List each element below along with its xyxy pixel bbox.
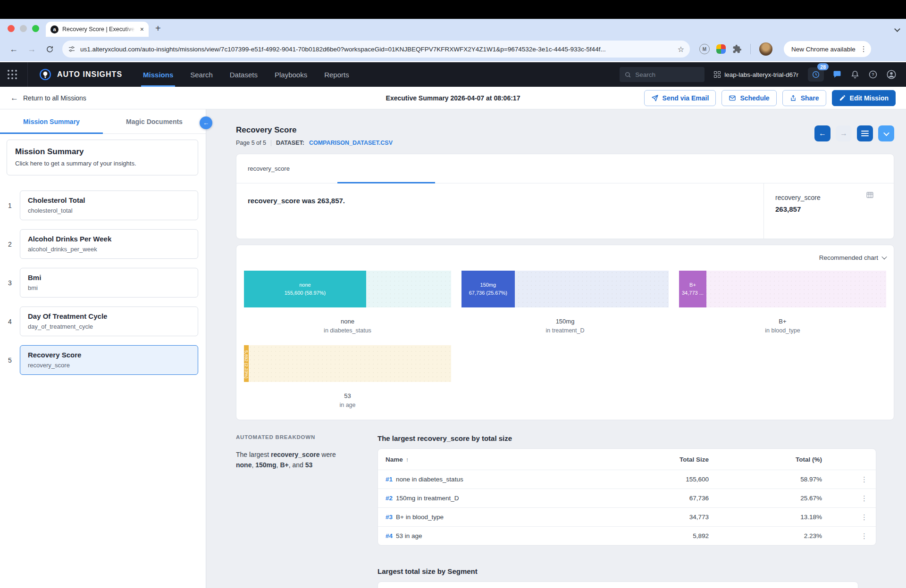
rank-badge[interactable]: #2: [386, 495, 393, 502]
row-total-pct: 13.18%: [709, 513, 822, 521]
send-via-email-button[interactable]: Send via Email: [644, 90, 716, 106]
nav-item[interactable]: Datasets: [230, 62, 258, 87]
extension-m-icon[interactable]: M: [699, 44, 710, 54]
browser-profile-avatar[interactable]: [759, 42, 772, 56]
share-button[interactable]: Share: [782, 90, 826, 106]
ranking-table: Name ↑ Total Size Total (%): [378, 448, 876, 546]
row-menu-icon[interactable]: ⋮: [822, 494, 874, 503]
address-bar[interactable]: us1.alteryxcloud.com/auto-insights/missi…: [62, 41, 690, 58]
chart-bar[interactable]: 53 5,892 (2.23%): [244, 345, 249, 382]
rank-badge[interactable]: #3: [386, 513, 393, 521]
history-clock-icon[interactable]: 28: [808, 67, 824, 82]
tab-close-icon[interactable]: ×: [139, 25, 145, 33]
next-page-button[interactable]: →: [836, 125, 852, 141]
column-total-pct[interactable]: Total (%): [709, 456, 822, 463]
menu-button[interactable]: [857, 125, 873, 141]
return-to-missions-link[interactable]: ← Return to all Missions: [10, 93, 86, 103]
chat-icon[interactable]: [832, 70, 842, 79]
browser-back-icon[interactable]: ←: [6, 41, 22, 57]
minimize-window-button[interactable]: [20, 25, 27, 32]
mission-title: Executive Summary 2026-04-07 at 08:06:17: [386, 94, 520, 102]
share-icon: [789, 94, 797, 102]
largest-table-section: The largest recovery_score by total size…: [378, 434, 894, 588]
row-menu-icon[interactable]: ⋮: [822, 513, 874, 522]
nav-item[interactable]: Playbooks: [275, 62, 307, 87]
page-title: Recovery Score: [236, 125, 814, 135]
sidebar-tab[interactable]: Magic Documents: [103, 109, 206, 133]
table-row[interactable]: #3 B+ in blood_type 34,773 13.18% ⋮: [378, 507, 876, 526]
sidebar-tab[interactable]: Mission Summary: [0, 109, 103, 133]
chart-track[interactable]: none 155,600 (58.97%): [244, 271, 451, 307]
table-row[interactable]: #2 150mg in treatment_D 67,736 25.67% ⋮: [378, 489, 876, 507]
schedule-button[interactable]: Schedule: [721, 90, 776, 106]
maximize-window-button[interactable]: [32, 25, 39, 32]
item-title: Bmi: [28, 273, 190, 282]
mission-summary-card[interactable]: Mission Summary Click here to get a summ…: [7, 140, 198, 175]
chevron-down-icon: [881, 254, 887, 259]
site-settings-icon[interactable]: [68, 45, 76, 53]
item-number: 1: [0, 202, 20, 209]
new-chrome-button[interactable]: New Chrome available ⋮: [784, 41, 871, 57]
insight-card-link[interactable]: Day Of Treatment Cycle day_of_treatment_…: [20, 306, 198, 336]
body: Mission Summary Magic Documents ← Missio…: [0, 109, 906, 588]
table-view-icon[interactable]: [866, 191, 874, 199]
help-icon[interactable]: ?: [868, 70, 878, 79]
dataset-link[interactable]: COMPARISON_DATASET.CSV: [309, 140, 393, 146]
bell-icon[interactable]: [850, 70, 860, 79]
list-item: 2 Alcohol Drinks Per Week alcohol_drinks…: [0, 229, 198, 259]
insight-tab[interactable]: recovery_score: [248, 165, 290, 172]
item-code: day_of_treatment_cycle: [28, 323, 190, 330]
new-tab-button[interactable]: +: [155, 24, 161, 33]
tab-list-chevron-icon[interactable]: [894, 26, 900, 32]
row-total-pct: 58.97%: [709, 476, 822, 483]
chart-bar[interactable]: B+ 34,773 ...: [679, 271, 706, 307]
screen: a Recovery Score | Executive S × + ← → u…: [0, 0, 906, 588]
recommended-chart-dropdown[interactable]: Recommended chart: [244, 252, 886, 263]
insight-card-link[interactable]: Bmi bmi: [20, 268, 198, 298]
extensions-puzzle-icon[interactable]: [732, 44, 742, 54]
row-menu-icon[interactable]: ⋮: [822, 475, 874, 484]
rank-badge[interactable]: #4: [386, 532, 393, 539]
chart-bar[interactable]: none 155,600 (58.97%): [244, 271, 366, 307]
app-switcher-icon[interactable]: [8, 70, 17, 79]
previous-page-button[interactable]: ←: [814, 125, 830, 141]
insight-text: recovery_score was 263,857.: [236, 183, 763, 239]
tab-indicator: [337, 182, 435, 183]
table-row[interactable]: #1 none in diabetes_status 155,600 58.97…: [378, 470, 876, 489]
chart-track[interactable]: B+ 34,773 ...: [679, 271, 886, 307]
browser-menu-icon[interactable]: ⋮: [860, 45, 867, 53]
nav-item[interactable]: Missions: [143, 62, 173, 87]
nav-item[interactable]: Search: [190, 62, 213, 87]
column-total-size[interactable]: Total Size: [610, 456, 709, 463]
main-content: Recovery Score Page 5 of 5 DATASET: COMP…: [206, 109, 906, 588]
insight-card-link[interactable]: Recovery Score recovery_score: [20, 345, 198, 375]
header-search-input[interactable]: Search: [620, 67, 705, 82]
edit-mission-button[interactable]: Edit Mission: [832, 90, 896, 106]
workspace-name: leap-labs-alteryx-trial-d67r: [724, 71, 798, 78]
column-name[interactable]: Name ↑: [386, 456, 610, 463]
row-menu-icon[interactable]: ⋮: [822, 532, 874, 540]
table-row[interactable]: #4 53 in age 5,892 2.23% ⋮: [378, 526, 876, 545]
mini-chart: B+ 34,773 ... B+ in blood_type: [679, 271, 886, 334]
expand-button[interactable]: [878, 125, 894, 141]
chart-track[interactable]: 150mg 67,736 (25.67%): [461, 271, 669, 307]
insight-summary-card: recovery_score recovery_score was 263,85…: [236, 154, 894, 239]
extension-photos-icon[interactable]: [716, 44, 726, 54]
workspace-selector[interactable]: leap-labs-alteryx-trial-d67r: [714, 71, 798, 78]
bookmark-star-icon[interactable]: ☆: [678, 45, 684, 54]
list-item: 1 Cholesterol Total cholesterol_total: [0, 190, 198, 220]
user-avatar-icon[interactable]: [886, 69, 897, 80]
browser-forward-icon[interactable]: →: [24, 41, 40, 57]
browser-reload-icon[interactable]: [42, 41, 58, 57]
chart-track[interactable]: 53 5,892 (2.23%): [244, 345, 451, 382]
insight-card-link[interactable]: Cholesterol Total cholesterol_total: [20, 190, 198, 220]
insight-card-link[interactable]: Alcohol Drinks Per Week alcohol_drinks_p…: [20, 229, 198, 259]
row-name: 150mg in treatment_D: [396, 495, 459, 502]
close-window-button[interactable]: [8, 25, 15, 32]
chart-bar[interactable]: 150mg 67,736 (25.67%): [461, 271, 515, 307]
automated-breakdown: AUTOMATED BREAKDOWN The largest recovery…: [236, 434, 378, 588]
sidebar-collapse-button[interactable]: ←: [200, 116, 212, 129]
browser-tab[interactable]: a Recovery Score | Executive S ×: [46, 22, 149, 37]
nav-item[interactable]: Reports: [324, 62, 349, 87]
rank-badge[interactable]: #1: [386, 476, 393, 483]
